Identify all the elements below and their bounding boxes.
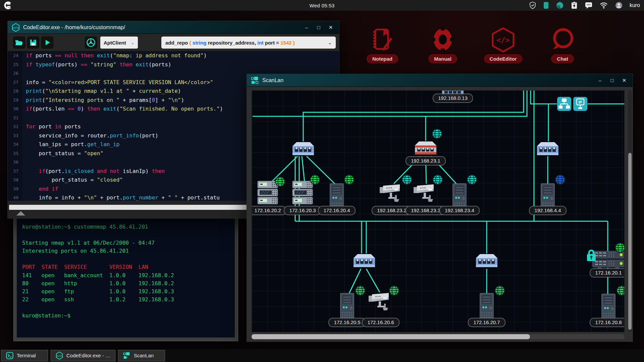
function-signature-select[interactable]: add_repo ( string repository_address, in… [161,37,336,49]
globe-icon [433,175,442,184]
node-server[interactable] [292,181,313,204]
clipboard-icon[interactable] [571,1,578,9]
device-label: 172.16.20.6 [362,318,399,327]
map-horizontal-scrollbar[interactable] [252,334,625,339]
terminal-icon [6,352,13,359]
device-label: 172.16.20.5 [329,318,366,327]
svg-text:172.16.20.6: 172.16.20.6 [367,319,394,325]
terminal-line: 22 open ssh 1.0.2 192.168.0.3 [22,296,229,304]
device-label: 172.16.20.3 [284,206,321,215]
ip-view-button[interactable]: IP [573,97,587,111]
shield-icon[interactable] [529,1,536,9]
wifi-icon[interactable] [599,1,608,9]
chevron-down-icon: ⌄ [328,40,332,45]
globe-icon [615,243,625,252]
desktop-icon-notepad[interactable]: Notepad [355,27,410,63]
username[interactable]: kuro [630,2,640,8]
terminal-line [22,255,229,263]
maximize-button[interactable]: □ [314,24,323,31]
svg-text:</>: </> [496,36,510,44]
messages-icon[interactable] [585,1,593,9]
terminal-line: kuro@station:~$ customnmap 45.86.41.201 [22,223,229,231]
map-vertical-scrollbar[interactable] [628,90,632,332]
save-button[interactable] [27,37,39,49]
globe-icon [555,175,565,184]
globe-icon [617,286,625,295]
desktop-icon-label: Manual [428,54,457,63]
node-camera[interactable] [380,184,400,202]
top-status-bar: Wed 05:53 [0,0,644,11]
desktop-icon-label: Chat [551,54,574,63]
maximize-button[interactable]: □ [608,77,616,83]
device-label: 192.168.0.13 [433,94,473,103]
node-switch[interactable] [354,254,375,267]
lan-view-button[interactable] [557,97,571,111]
globe-icon [432,129,442,138]
svg-text:192.168.4.4: 192.168.4.4 [534,207,561,213]
taskbar-item-scanlan[interactable]: ScanLan [118,350,165,361]
battery-icon[interactable] [543,1,549,9]
code-editor-toolbar: AptClient ⌄ add_repo ( string repository… [8,34,339,51]
storage-icon[interactable] [556,1,564,9]
node-switch-compromised[interactable] [415,141,436,155]
node-computer[interactable] [340,293,354,319]
desktop-icon-chat[interactable]: Chat [535,27,590,63]
svg-text:172.16.20.5: 172.16.20.5 [334,319,360,325]
minimize-button[interactable]: – [302,24,311,31]
system-tray: kuro [529,0,640,11]
device-label: 192.168.23.4 [440,206,479,215]
apt-client-icon[interactable] [85,37,97,49]
terminal-line: PORT STATE SERVICE VERSION LAN [22,263,229,271]
terminal-line [22,231,229,239]
user-avatar[interactable] [615,1,623,9]
scroll-up-arrow-icon[interactable] [16,211,25,216]
globe-icon [356,286,365,295]
svg-text:172.16.20.4: 172.16.20.4 [323,207,350,213]
svg-text:172.16.20.8: 172.16.20.8 [595,319,622,325]
run-button[interactable] [41,37,53,49]
node-camera[interactable] [369,293,389,310]
device-label: 192.168.23.1 [406,157,445,165]
library-select[interactable]: AptClient ⌄ [100,37,138,49]
code-line: 24if ports == null then exit("nmap: ip a… [8,51,339,60]
node-switch[interactable] [476,254,497,267]
node-computer[interactable] [602,294,615,320]
device-label: 172.16.20.2 [252,206,286,215]
globe-icon [310,175,320,184]
network-map[interactable]: 192.168.0.13 IP 192.168.23.1 [252,90,625,332]
taskbar-item-label: Terminal [17,353,36,358]
code-hex-icon: </> [12,23,20,32]
scanlan-icon [251,76,259,84]
terminal-line: Interesting ports on 45.86.41.201 [22,247,229,255]
minimize-button[interactable]: – [596,77,604,83]
svg-text:</>: </> [13,26,19,29]
close-button[interactable]: ✕ [326,24,335,31]
scanlan-icon [123,352,130,359]
svg-text:192.168.23.1: 192.168.23.1 [411,158,440,164]
close-button[interactable]: ✕ [620,77,629,83]
node-router[interactable] [592,251,625,269]
taskbar-item-terminal[interactable]: Terminal [1,350,48,361]
open-file-button[interactable] [13,37,25,49]
device-label: 172.16.20.4 [318,206,355,215]
codehex-icon: </> [56,352,63,360]
taskbar-item-codehex[interactable]: </> CodeEditor.exe - … [51,350,115,361]
svg-text:172.16.20.7: 172.16.20.7 [473,319,500,325]
device-label: 172.16.20.8 [590,318,625,327]
node-switch[interactable] [537,142,558,155]
node-server[interactable] [258,181,278,204]
window-title: CodeEditor.exe - /home/kuro/customnmap/ [23,24,125,31]
terminal-console[interactable]: kuro@station:~$ customnmap 45.86.41.201 … [17,218,235,338]
node-switch[interactable] [292,142,314,155]
terminal-line: 141 open bank_account 1.0.0 192.168.0.2 [22,272,229,280]
scanlan-titlebar[interactable]: ScanLan – □ ✕ [247,74,633,87]
node-camera[interactable] [414,184,434,202]
taskbar-item-label: ScanLan [134,353,154,358]
node-computer[interactable] [480,293,493,319]
code-editor-titlebar[interactable]: </> CodeEditor.exe - /home/kuro/customnm… [8,21,339,34]
svg-text:172.16.20.1: 172.16.20.1 [595,270,622,276]
desktop-icon-codeeditor[interactable]: </> CodeEditor [476,27,531,63]
globe-icon [275,177,285,186]
svg-text:172.16.20.2: 172.16.20.2 [254,207,281,213]
desktop-icon-manual[interactable]: Manual [415,27,470,63]
